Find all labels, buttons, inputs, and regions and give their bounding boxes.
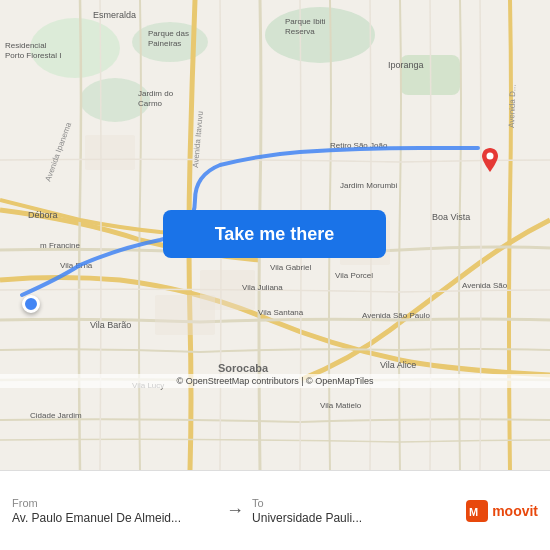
direction-arrow: →: [226, 500, 244, 521]
svg-text:Residencial: Residencial: [5, 41, 47, 50]
map-attribution: © OpenStreetMap contributors | © OpenMap…: [0, 374, 550, 388]
svg-text:Vila Gabriel: Vila Gabriel: [270, 263, 311, 272]
svg-text:Boa Vista: Boa Vista: [432, 212, 470, 222]
svg-rect-9: [155, 295, 215, 335]
svg-text:Reserva: Reserva: [285, 27, 315, 36]
svg-text:Iporanga: Iporanga: [388, 60, 424, 70]
svg-text:Sorocaba: Sorocaba: [218, 362, 269, 374]
to-label: To: [252, 497, 458, 509]
to-text: Universidade Pauli...: [252, 511, 458, 525]
svg-text:Retiro São João: Retiro São João: [330, 141, 388, 150]
app-container: Esmeralda Residencial Porto Florestal I …: [0, 0, 550, 550]
svg-text:Vila Juliana: Vila Juliana: [242, 283, 283, 292]
svg-text:Avenida D...: Avenida D...: [507, 84, 518, 128]
svg-text:Débora: Débora: [28, 210, 58, 220]
svg-text:Vila Matielo: Vila Matielo: [320, 401, 362, 410]
origin-info: From Av. Paulo Emanuel De Almeid...: [12, 497, 218, 525]
moovit-logo: M moovit: [466, 500, 538, 522]
bottom-bar: From Av. Paulo Emanuel De Almeid... → To…: [0, 470, 550, 550]
svg-point-41: [487, 153, 494, 160]
map-area: Esmeralda Residencial Porto Florestal I …: [0, 0, 550, 470]
svg-text:Esmeralda: Esmeralda: [93, 10, 136, 20]
svg-text:Vila Erna: Vila Erna: [60, 261, 93, 270]
svg-text:Vila Santana: Vila Santana: [258, 308, 304, 317]
moovit-text: moovit: [492, 503, 538, 519]
svg-text:Vila Barão: Vila Barão: [90, 320, 131, 330]
destination-marker: [478, 148, 502, 184]
svg-text:Vila Porcel: Vila Porcel: [335, 271, 373, 280]
svg-point-1: [265, 7, 375, 63]
svg-text:Paineiras: Paineiras: [148, 39, 181, 48]
svg-text:Parque das: Parque das: [148, 29, 189, 38]
svg-text:Avenida São Paulo: Avenida São Paulo: [362, 311, 430, 320]
svg-text:M: M: [469, 506, 478, 518]
origin-marker: [22, 295, 40, 313]
svg-text:Parque Ibiti: Parque Ibiti: [285, 17, 326, 26]
moovit-icon: M: [466, 500, 488, 522]
svg-text:Jardim Morumbi: Jardim Morumbi: [340, 181, 398, 190]
destination-info: To Universidade Pauli...: [252, 497, 458, 525]
svg-text:Cidade Jardim: Cidade Jardim: [30, 411, 82, 420]
svg-rect-6: [85, 135, 135, 170]
svg-text:Avenida São: Avenida São: [462, 281, 508, 290]
svg-text:Jardim do: Jardim do: [138, 89, 174, 98]
svg-text:Vila Alice: Vila Alice: [380, 360, 416, 370]
from-label: From: [12, 497, 218, 509]
take-me-there-button[interactable]: Take me there: [163, 210, 386, 258]
svg-text:m Francine: m Francine: [40, 241, 81, 250]
from-text: Av. Paulo Emanuel De Almeid...: [12, 511, 218, 525]
svg-text:Carmo: Carmo: [138, 99, 163, 108]
svg-text:Porto Florestal I: Porto Florestal I: [5, 51, 61, 60]
